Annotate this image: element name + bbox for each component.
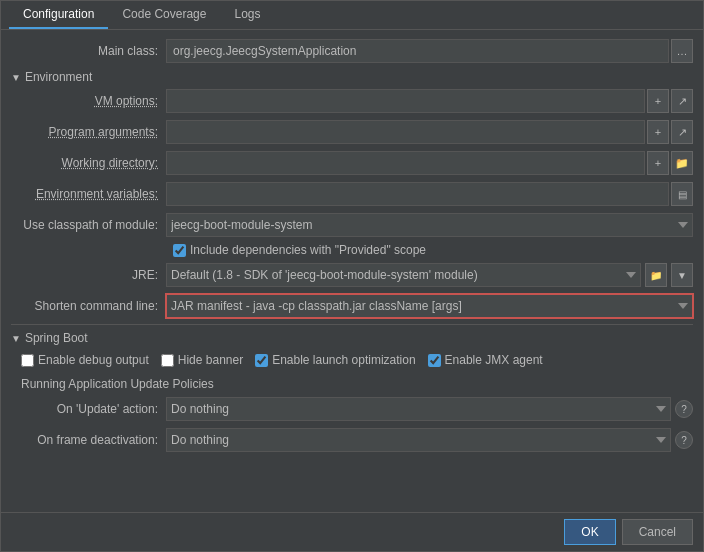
environment-arrow-icon: ▼ bbox=[11, 72, 21, 83]
program-arguments-expand-button[interactable]: ↗ bbox=[671, 120, 693, 144]
spring-boot-label: Spring Boot bbox=[25, 331, 88, 345]
jre-row: JRE: Default (1.8 - SDK of 'jeecg-boot-m… bbox=[11, 262, 693, 288]
working-directory-row: Working directory: + 📁 bbox=[11, 150, 693, 176]
on-update-select-group: Do nothing ? bbox=[166, 397, 693, 421]
enable-launch-optimization-option[interactable]: Enable launch optimization bbox=[255, 353, 415, 367]
hide-banner-option[interactable]: Hide banner bbox=[161, 353, 243, 367]
enable-launch-optimization-checkbox[interactable] bbox=[255, 354, 268, 367]
hide-banner-label: Hide banner bbox=[178, 353, 243, 367]
vm-options-input-group: + ↗ bbox=[166, 89, 693, 113]
tab-code-coverage[interactable]: Code Coverage bbox=[108, 1, 220, 29]
jre-select[interactable]: Default (1.8 - SDK of 'jeecg-boot-module… bbox=[166, 263, 641, 287]
enable-debug-output-checkbox[interactable] bbox=[21, 354, 34, 367]
on-frame-label: On frame deactivation: bbox=[11, 433, 166, 447]
on-frame-select[interactable]: Do nothing bbox=[166, 428, 671, 452]
enable-jmx-agent-option[interactable]: Enable JMX agent bbox=[428, 353, 543, 367]
enable-jmx-agent-label: Enable JMX agent bbox=[445, 353, 543, 367]
ok-button[interactable]: OK bbox=[564, 519, 615, 545]
tab-configuration[interactable]: Configuration bbox=[9, 1, 108, 29]
enable-jmx-agent-checkbox[interactable] bbox=[428, 354, 441, 367]
spring-boot-header[interactable]: ▼ Spring Boot bbox=[11, 331, 693, 345]
program-arguments-row: Program arguments: + ↗ bbox=[11, 119, 693, 145]
on-frame-select-group: Do nothing ? bbox=[166, 428, 693, 452]
jre-label: JRE: bbox=[11, 268, 166, 282]
environment-section-header[interactable]: ▼ Environment bbox=[11, 70, 693, 84]
program-arguments-input[interactable] bbox=[166, 120, 645, 144]
tab-logs[interactable]: Logs bbox=[220, 1, 274, 29]
enable-debug-output-label: Enable debug output bbox=[38, 353, 149, 367]
main-class-input-group: … bbox=[166, 39, 693, 63]
include-dependencies-label[interactable]: Include dependencies with "Provided" sco… bbox=[173, 243, 693, 257]
environment-variables-input[interactable] bbox=[166, 182, 669, 206]
environment-variables-input-group: ▤ bbox=[166, 182, 693, 206]
program-arguments-input-group: + ↗ bbox=[166, 120, 693, 144]
dialog-bottom-bar: OK Cancel Apply bbox=[1, 512, 703, 551]
running-app-section: Running Application Update Policies On '… bbox=[11, 377, 693, 453]
main-class-browse-button[interactable]: … bbox=[671, 39, 693, 63]
environment-variables-row: Environment variables: ▤ bbox=[11, 181, 693, 207]
on-update-help-button[interactable]: ? bbox=[675, 400, 693, 418]
working-directory-input-group: + 📁 bbox=[166, 151, 693, 175]
shorten-command-select-group: JAR manifest - java -cp classpath.jar cl… bbox=[166, 294, 693, 318]
vm-options-label: VM options: bbox=[11, 94, 166, 108]
hide-banner-checkbox[interactable] bbox=[161, 354, 174, 367]
jre-folder-button[interactable]: 📁 bbox=[645, 263, 667, 287]
cancel-button[interactable]: Cancel bbox=[622, 519, 693, 545]
vm-options-plus-button[interactable]: + bbox=[647, 89, 669, 113]
configuration-content: Main class: … ▼ Environment VM options: … bbox=[1, 30, 703, 512]
vm-options-expand-button[interactable]: ↗ bbox=[671, 89, 693, 113]
program-arguments-label: Program arguments: bbox=[11, 125, 166, 139]
jre-dropdown-button[interactable]: ▼ bbox=[671, 263, 693, 287]
main-class-row: Main class: … bbox=[11, 38, 693, 64]
classpath-module-label: Use classpath of module: bbox=[11, 218, 166, 232]
enable-debug-output-option[interactable]: Enable debug output bbox=[21, 353, 149, 367]
spring-boot-checkboxes: Enable debug output Hide banner Enable l… bbox=[11, 349, 693, 371]
include-dependencies-checkbox[interactable] bbox=[173, 244, 186, 257]
divider-1 bbox=[11, 324, 693, 325]
environment-variables-browse-button[interactable]: ▤ bbox=[671, 182, 693, 206]
shorten-command-select[interactable]: JAR manifest - java -cp classpath.jar cl… bbox=[166, 294, 693, 318]
tab-bar: Configuration Code Coverage Logs bbox=[1, 1, 703, 30]
on-frame-row: On frame deactivation: Do nothing ? bbox=[11, 427, 693, 453]
main-class-label: Main class: bbox=[11, 44, 166, 58]
working-directory-input[interactable] bbox=[166, 151, 645, 175]
on-frame-help-button[interactable]: ? bbox=[675, 431, 693, 449]
run-configuration-dialog: Configuration Code Coverage Logs Main cl… bbox=[0, 0, 704, 552]
working-directory-folder-button[interactable]: 📁 bbox=[671, 151, 693, 175]
shorten-command-row: Shorten command line: JAR manifest - jav… bbox=[11, 293, 693, 319]
jre-select-group: Default (1.8 - SDK of 'jeecg-boot-module… bbox=[166, 263, 693, 287]
on-update-label: On 'Update' action: bbox=[11, 402, 166, 416]
vm-options-row: VM options: + ↗ bbox=[11, 88, 693, 114]
on-update-row: On 'Update' action: Do nothing ? bbox=[11, 396, 693, 422]
program-arguments-plus-button[interactable]: + bbox=[647, 120, 669, 144]
shorten-command-label: Shorten command line: bbox=[11, 299, 166, 313]
environment-variables-label: Environment variables: bbox=[11, 187, 166, 201]
environment-label: Environment bbox=[25, 70, 92, 84]
spring-boot-section: ▼ Spring Boot Enable debug output Hide b… bbox=[11, 331, 693, 371]
main-class-input[interactable] bbox=[166, 39, 669, 63]
classpath-module-select[interactable]: jeecg-boot-module-system bbox=[166, 213, 693, 237]
running-app-title: Running Application Update Policies bbox=[11, 377, 693, 391]
working-directory-plus-button[interactable]: + bbox=[647, 151, 669, 175]
include-dependencies-row: Include dependencies with "Provided" sco… bbox=[11, 243, 693, 257]
classpath-module-row: Use classpath of module: jeecg-boot-modu… bbox=[11, 212, 693, 238]
spring-boot-arrow-icon: ▼ bbox=[11, 333, 21, 344]
classpath-module-select-group: jeecg-boot-module-system bbox=[166, 213, 693, 237]
enable-launch-optimization-label: Enable launch optimization bbox=[272, 353, 415, 367]
on-update-select[interactable]: Do nothing bbox=[166, 397, 671, 421]
working-directory-label: Working directory: bbox=[11, 156, 166, 170]
vm-options-input[interactable] bbox=[166, 89, 645, 113]
